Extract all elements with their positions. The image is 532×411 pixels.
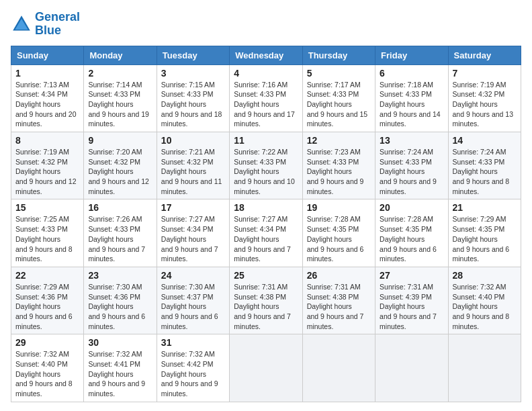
- calendar-cell: 20 Sunrise: 7:28 AM Sunset: 4:35 PM Dayl…: [375, 199, 448, 267]
- calendar-cell: [375, 334, 448, 402]
- calendar-cell: 17 Sunrise: 7:27 AM Sunset: 4:34 PM Dayl…: [157, 199, 229, 267]
- day-info: Sunrise: 7:17 AM Sunset: 4:33 PM Dayligh…: [307, 80, 371, 129]
- calendar-week-3: 15 Sunrise: 7:25 AM Sunset: 4:33 PM Dayl…: [11, 199, 521, 267]
- day-info: Sunrise: 7:21 AM Sunset: 4:32 PM Dayligh…: [161, 147, 225, 196]
- day-info: Sunrise: 7:20 AM Sunset: 4:32 PM Dayligh…: [88, 147, 152, 196]
- logo-icon: [11, 13, 32, 35]
- calendar-cell: 22 Sunrise: 7:29 AM Sunset: 4:36 PM Dayl…: [11, 267, 84, 334]
- day-number: 13: [380, 135, 443, 146]
- day-number: 6: [380, 68, 443, 79]
- day-header-thursday: Thursday: [302, 46, 375, 64]
- calendar-table: SundayMondayTuesdayWednesdayThursdayFrid…: [11, 46, 521, 402]
- day-number: 20: [380, 202, 443, 213]
- calendar-week-1: 1 Sunrise: 7:13 AM Sunset: 4:34 PM Dayli…: [11, 64, 521, 132]
- day-number: 2: [88, 68, 152, 79]
- day-info: Sunrise: 7:25 AM Sunset: 4:33 PM Dayligh…: [15, 214, 79, 263]
- calendar-cell: 28 Sunrise: 7:32 AM Sunset: 4:40 PM Dayl…: [448, 267, 521, 334]
- day-info: Sunrise: 7:24 AM Sunset: 4:33 PM Dayligh…: [380, 147, 443, 196]
- day-number: 9: [88, 135, 152, 146]
- calendar-cell: 2 Sunrise: 7:14 AM Sunset: 4:33 PM Dayli…: [84, 64, 157, 132]
- calendar-cell: 5 Sunrise: 7:17 AM Sunset: 4:33 PM Dayli…: [302, 64, 375, 132]
- day-header-tuesday: Tuesday: [157, 46, 229, 64]
- day-number: 7: [453, 68, 517, 79]
- day-number: 3: [161, 68, 225, 79]
- calendar-header: SundayMondayTuesdayWednesdayThursdayFrid…: [11, 46, 521, 64]
- day-info: Sunrise: 7:29 AM Sunset: 4:35 PM Dayligh…: [453, 214, 517, 263]
- day-info: Sunrise: 7:26 AM Sunset: 4:33 PM Dayligh…: [88, 214, 152, 263]
- day-number: 8: [15, 135, 79, 146]
- day-header-friday: Friday: [375, 46, 448, 64]
- day-info: Sunrise: 7:28 AM Sunset: 4:35 PM Dayligh…: [380, 214, 443, 263]
- day-info: Sunrise: 7:15 AM Sunset: 4:33 PM Dayligh…: [161, 80, 225, 129]
- day-info: Sunrise: 7:32 AM Sunset: 4:40 PM Dayligh…: [15, 349, 79, 398]
- calendar-week-4: 22 Sunrise: 7:29 AM Sunset: 4:36 PM Dayl…: [11, 267, 521, 334]
- calendar-cell: 26 Sunrise: 7:31 AM Sunset: 4:38 PM Dayl…: [302, 267, 375, 334]
- calendar-cell: 21 Sunrise: 7:29 AM Sunset: 4:35 PM Dayl…: [448, 199, 521, 267]
- day-info: Sunrise: 7:18 AM Sunset: 4:33 PM Dayligh…: [380, 80, 443, 129]
- day-info: Sunrise: 7:22 AM Sunset: 4:33 PM Dayligh…: [234, 147, 298, 196]
- calendar-cell: 15 Sunrise: 7:25 AM Sunset: 4:33 PM Dayl…: [11, 199, 84, 267]
- day-info: Sunrise: 7:32 AM Sunset: 4:42 PM Dayligh…: [161, 349, 225, 398]
- calendar-body: 1 Sunrise: 7:13 AM Sunset: 4:34 PM Dayli…: [11, 64, 521, 402]
- calendar-cell: 11 Sunrise: 7:22 AM Sunset: 4:33 PM Dayl…: [230, 132, 302, 199]
- calendar-cell: 25 Sunrise: 7:31 AM Sunset: 4:38 PM Dayl…: [230, 267, 302, 334]
- day-info: Sunrise: 7:14 AM Sunset: 4:33 PM Dayligh…: [88, 80, 152, 129]
- day-header-sunday: Sunday: [11, 46, 84, 64]
- calendar-cell: 13 Sunrise: 7:24 AM Sunset: 4:33 PM Dayl…: [375, 132, 448, 199]
- day-number: 28: [453, 270, 517, 281]
- logo-text: General Blue: [35, 11, 80, 38]
- day-number: 30: [88, 337, 152, 348]
- day-number: 11: [234, 135, 298, 146]
- calendar-cell: [230, 334, 302, 402]
- calendar-cell: 19 Sunrise: 7:28 AM Sunset: 4:35 PM Dayl…: [302, 199, 375, 267]
- day-info: Sunrise: 7:31 AM Sunset: 4:39 PM Dayligh…: [380, 282, 443, 331]
- day-info: Sunrise: 7:31 AM Sunset: 4:38 PM Dayligh…: [234, 282, 298, 331]
- day-number: 14: [453, 135, 517, 146]
- calendar-cell: 27 Sunrise: 7:31 AM Sunset: 4:39 PM Dayl…: [375, 267, 448, 334]
- calendar-cell: 14 Sunrise: 7:24 AM Sunset: 4:33 PM Dayl…: [448, 132, 521, 199]
- day-number: 18: [234, 202, 298, 213]
- day-number: 22: [15, 270, 79, 281]
- logo: General Blue: [11, 11, 80, 38]
- day-number: 19: [307, 202, 371, 213]
- calendar-cell: 29 Sunrise: 7:32 AM Sunset: 4:40 PM Dayl…: [11, 334, 84, 402]
- calendar-cell: 24 Sunrise: 7:30 AM Sunset: 4:37 PM Dayl…: [157, 267, 229, 334]
- header-row: SundayMondayTuesdayWednesdayThursdayFrid…: [11, 46, 521, 64]
- day-info: Sunrise: 7:31 AM Sunset: 4:38 PM Dayligh…: [307, 282, 371, 331]
- day-number: 1: [15, 68, 79, 79]
- calendar-cell: 4 Sunrise: 7:16 AM Sunset: 4:33 PM Dayli…: [230, 64, 302, 132]
- calendar-cell: 6 Sunrise: 7:18 AM Sunset: 4:33 PM Dayli…: [375, 64, 448, 132]
- day-number: 24: [161, 270, 225, 281]
- day-number: 10: [161, 135, 225, 146]
- day-number: 17: [161, 202, 225, 213]
- day-info: Sunrise: 7:28 AM Sunset: 4:35 PM Dayligh…: [307, 214, 371, 263]
- day-info: Sunrise: 7:19 AM Sunset: 4:32 PM Dayligh…: [453, 80, 517, 129]
- day-info: Sunrise: 7:24 AM Sunset: 4:33 PM Dayligh…: [453, 147, 517, 196]
- day-number: 12: [307, 135, 371, 146]
- day-number: 31: [161, 337, 225, 348]
- day-info: Sunrise: 7:30 AM Sunset: 4:36 PM Dayligh…: [88, 282, 152, 331]
- day-info: Sunrise: 7:30 AM Sunset: 4:37 PM Dayligh…: [161, 282, 225, 331]
- day-number: 5: [307, 68, 371, 79]
- day-header-monday: Monday: [84, 46, 157, 64]
- day-info: Sunrise: 7:27 AM Sunset: 4:34 PM Dayligh…: [161, 214, 225, 263]
- calendar-cell: 9 Sunrise: 7:20 AM Sunset: 4:32 PM Dayli…: [84, 132, 157, 199]
- calendar-cell: 3 Sunrise: 7:15 AM Sunset: 4:33 PM Dayli…: [157, 64, 229, 132]
- calendar-cell: 16 Sunrise: 7:26 AM Sunset: 4:33 PM Dayl…: [84, 199, 157, 267]
- day-header-wednesday: Wednesday: [230, 46, 302, 64]
- day-info: Sunrise: 7:19 AM Sunset: 4:32 PM Dayligh…: [15, 147, 79, 196]
- calendar-cell: 30 Sunrise: 7:32 AM Sunset: 4:41 PM Dayl…: [84, 334, 157, 402]
- calendar-cell: 31 Sunrise: 7:32 AM Sunset: 4:42 PM Dayl…: [157, 334, 229, 402]
- calendar-cell: 23 Sunrise: 7:30 AM Sunset: 4:36 PM Dayl…: [84, 267, 157, 334]
- page-header: General Blue: [11, 11, 521, 38]
- day-info: Sunrise: 7:29 AM Sunset: 4:36 PM Dayligh…: [15, 282, 79, 331]
- calendar-cell: 8 Sunrise: 7:19 AM Sunset: 4:32 PM Dayli…: [11, 132, 84, 199]
- day-number: 4: [234, 68, 298, 79]
- day-number: 27: [380, 270, 443, 281]
- day-number: 25: [234, 270, 298, 281]
- day-number: 16: [88, 202, 152, 213]
- day-number: 26: [307, 270, 371, 281]
- day-info: Sunrise: 7:23 AM Sunset: 4:33 PM Dayligh…: [307, 147, 371, 196]
- day-number: 23: [88, 270, 152, 281]
- day-info: Sunrise: 7:32 AM Sunset: 4:40 PM Dayligh…: [453, 282, 517, 331]
